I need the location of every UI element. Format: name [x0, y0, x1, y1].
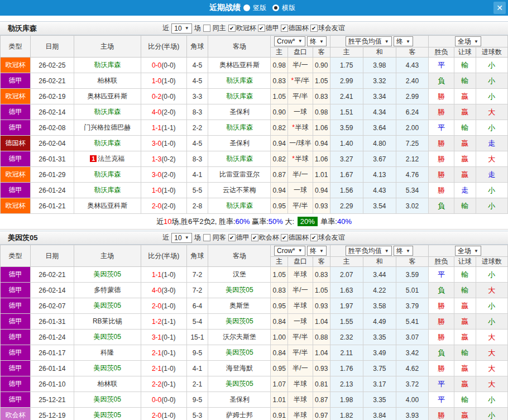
away-team-name: 勒沃库森 [226, 92, 253, 100]
matches-label: 场 [194, 23, 201, 33]
match-date: 26-01-14 [31, 361, 74, 376]
avg-draw-odds: 3.84 [363, 408, 396, 420]
result-goals: 小 [476, 73, 507, 89]
avg-final-select[interactable]: 终▼ [394, 36, 413, 46]
handicap: 半/一 [288, 58, 313, 73]
league-filter[interactable]: ✔德国杯 [281, 23, 309, 33]
match-date: 26-01-10 [31, 376, 74, 392]
checkbox-checked-icon[interactable]: ✔ [228, 25, 236, 32]
result-goals: 小 [476, 408, 507, 420]
checkbox-checked-icon[interactable]: ✔ [281, 25, 288, 32]
checkbox-checked-icon[interactable]: ✔ [258, 25, 265, 32]
handicap: 半球 [288, 267, 313, 283]
fulltime-select[interactable]: 全场▼ [455, 246, 481, 256]
close-icon[interactable]: ✕ [493, 2, 506, 14]
league-filter[interactable]: ✔德甲 [228, 233, 250, 242]
matches-label: 场 [194, 233, 201, 242]
odds-source-select[interactable]: Crow*▼ [274, 36, 305, 46]
home-team: 勒沃库森 [74, 167, 141, 183]
match-count-select[interactable]: 10▼ [171, 23, 191, 34]
summary-count: 10 [164, 217, 171, 226]
home-team: 奥林匹亚科斯 [74, 89, 141, 104]
avg-home-odds: 2.32 [330, 330, 363, 345]
league-filter[interactable]: ✔欧会杯 [251, 233, 280, 242]
checkbox-checked-icon[interactable]: ✔ [310, 234, 318, 241]
halftime-score: (1-0) [161, 77, 175, 85]
checkbox-checked-icon[interactable]: ✔ [228, 234, 236, 241]
score: 4-0(3-0) [141, 283, 186, 298]
same-venue-checkbox[interactable] [203, 25, 210, 32]
league-filter-label: 德甲 [236, 233, 250, 242]
away-odds: 1.04 [313, 314, 330, 330]
score: 2-2(0-1) [141, 376, 186, 392]
home-team-name: 勒沃库森 [94, 170, 121, 178]
corners: 8-3 [186, 151, 208, 167]
avg-away-odds: 5.41 [396, 314, 428, 330]
league-filters: ✔德甲✔欧会杯✔德国杯✔球会友谊 [228, 233, 346, 242]
league-filter[interactable]: ✔欧冠杯 [228, 23, 257, 33]
checkbox-checked-icon[interactable]: ✔ [310, 25, 318, 32]
corners: 7-2 [186, 283, 208, 298]
league-filter[interactable]: ✔球会友谊 [310, 23, 346, 33]
avg-odds-select[interactable]: 胜平负均值▼ [346, 36, 392, 46]
avg-away-odds: 2.40 [396, 73, 428, 89]
away-odds: 0.93 [313, 298, 330, 314]
away-odds: 0.94 [313, 136, 330, 151]
avg-odds-select[interactable]: 胜平负均值▼ [346, 246, 392, 256]
home-odds: 0.90 [271, 104, 288, 120]
odds-source-select[interactable]: Crow*▼ [274, 246, 305, 256]
home-odds: 0.91 [271, 408, 288, 420]
recent-summary: 近10场,胜6平2负2, 胜率:60% 赢率:50% 大: 20% 单率:40% [0, 214, 508, 230]
league-badge: 德甲 [1, 298, 31, 314]
corners: 4-1 [186, 167, 208, 183]
match-date: 26-02-04 [31, 136, 74, 151]
avg-final-select[interactable]: 终▼ [394, 246, 413, 256]
away-team: 美因茨05 [208, 376, 271, 392]
fulltime-select[interactable]: 全场▼ [455, 36, 481, 46]
match-date: 26-01-31 [31, 314, 74, 330]
col-away: 客场 [208, 245, 271, 267]
radio-vertical-layout[interactable] [243, 4, 250, 11]
title-group: 近期战绩 竖版 横版 [209, 3, 299, 13]
avg-away-odds: 5.34 [396, 183, 428, 198]
checkbox-checked-icon[interactable]: ✔ [281, 234, 288, 241]
away-odds: 0.90 [313, 58, 330, 73]
league-filter[interactable]: ✔德甲 [258, 23, 280, 33]
handicap: *半球 [288, 120, 313, 136]
radio-horizontal-layout[interactable] [272, 4, 279, 11]
fulltime-score: 2-0 [152, 302, 161, 310]
home-team-name: 美因茨05 [94, 302, 121, 309]
radio-selected-dot [274, 6, 277, 9]
home-team: 柏林联 [74, 73, 141, 89]
league-filter[interactable]: ✔球会友谊 [310, 233, 346, 242]
odds-final-select[interactable]: 终▼ [307, 246, 327, 256]
corners: 8-3 [186, 104, 208, 120]
fulltime-score: 1-3 [152, 155, 161, 163]
halftime-score: (1-1) [161, 124, 175, 132]
away-team: 勒沃库森 [208, 73, 271, 89]
match-date: 26-02-21 [31, 267, 74, 283]
result-goals: 小 [476, 58, 507, 73]
avg-home-odds: 2.13 [330, 376, 363, 392]
league-filter[interactable]: ✔德国杯 [281, 233, 309, 242]
score: 1-0(1-0) [141, 73, 186, 89]
avg-home-odds: 3.27 [330, 151, 363, 167]
match-row: 德甲26-01-31RB莱比锡1-2(1-1)5-4美因茨050.84一球1.0… [1, 314, 508, 330]
score: 2-1(0-1) [141, 345, 186, 361]
away-team: 奥林匹亚科斯 [208, 58, 271, 73]
avg-home-odds: 1.76 [330, 361, 363, 376]
col-result: 胜负 [429, 47, 454, 58]
home-odds: 0.83 [271, 283, 288, 298]
handicap: 一球 [288, 314, 313, 330]
avg-away-odds: 4.62 [396, 361, 428, 376]
checkbox-checked-icon[interactable]: ✔ [251, 234, 258, 241]
same-venue-checkbox[interactable] [203, 234, 210, 241]
away-team: 美因茨05 [208, 345, 271, 361]
result-goals: 小 [476, 314, 507, 330]
result-outcome: 負 [429, 73, 454, 89]
match-count-select[interactable]: 10▼ [171, 233, 191, 243]
odds-final-select[interactable]: 终▼ [307, 36, 327, 46]
home-team-name: 柏林联 [97, 380, 117, 388]
fulltime-group-header: 全场▼ [429, 36, 508, 47]
avg-home-odds: 2.07 [330, 267, 363, 283]
